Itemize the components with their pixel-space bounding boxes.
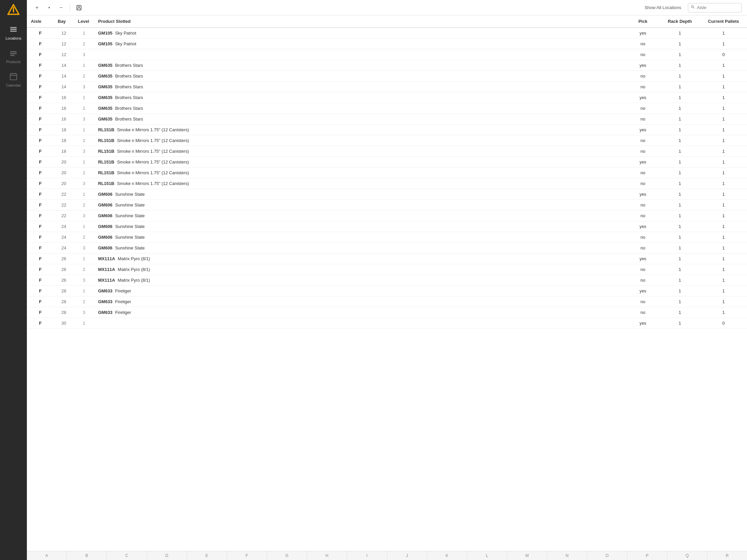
product-code: GM606: [98, 224, 112, 229]
cell-aisle: F: [27, 200, 54, 211]
table-row[interactable]: F 22 2 GM606Sunshine State no 1 1: [27, 200, 747, 211]
cell-current-pallets: 1: [700, 307, 747, 318]
cell-bay: 28: [54, 286, 74, 296]
dropdown-button[interactable]: ▾: [44, 3, 54, 12]
cell-level: 3: [74, 307, 94, 318]
cell-rack-depth: 1: [660, 146, 700, 157]
product-name: Sunshine State: [115, 203, 145, 208]
cell-aisle: F: [27, 254, 54, 264]
table-container[interactable]: Aisle Bay Level Product Slotted Pick Rac…: [27, 16, 747, 551]
cell-rack-depth: 1: [660, 114, 700, 125]
cell-bay: 16: [54, 103, 74, 114]
calendar-label: Calendar: [6, 83, 21, 87]
table-row[interactable]: F 28 2 GM633Firetiger no 1 1: [27, 296, 747, 307]
cell-product-slotted: RL151BSmoke n Mirrors 1.75" (12 Canister…: [94, 178, 626, 189]
column-letter: I: [347, 551, 387, 560]
table-row[interactable]: F 22 1 GM606Sunshine State yes 1 1: [27, 189, 747, 200]
cell-aisle: F: [27, 157, 54, 167]
table-row[interactable]: F 14 2 GM635Brothers Stars no 1 1: [27, 71, 747, 82]
cell-current-pallets: 1: [700, 254, 747, 264]
table-row[interactable]: F 12 2 GM105Sky Patriot no 1 1: [27, 38, 747, 49]
cell-pick: no: [626, 146, 660, 157]
cell-product-slotted: GM635Brothers Stars: [94, 60, 626, 71]
table-row[interactable]: F 30 1 yes 1 0: [27, 318, 747, 329]
cell-bay: 16: [54, 114, 74, 125]
minus-button[interactable]: −: [56, 3, 66, 12]
cell-aisle: F: [27, 114, 54, 125]
column-letter: N: [547, 551, 587, 560]
product-name: Firetiger: [115, 310, 131, 315]
cell-bay: 12: [54, 49, 74, 60]
table-row[interactable]: F 20 3 RL151BSmoke n Mirrors 1.75" (12 C…: [27, 178, 747, 189]
cell-rack-depth: 1: [660, 254, 700, 264]
svg-rect-6: [10, 53, 17, 54]
table-row[interactable]: F 24 2 GM606Sunshine State no 1 1: [27, 232, 747, 243]
cell-aisle: F: [27, 243, 54, 254]
cell-current-pallets: 1: [700, 286, 747, 296]
sidebar-nav: Locations Products: [0, 20, 27, 560]
cell-aisle: F: [27, 135, 54, 146]
cell-product-slotted: GM635Brothers Stars: [94, 92, 626, 103]
table-row[interactable]: F 24 3 GM606Sunshine State no 1 1: [27, 243, 747, 254]
cell-product-slotted: GM635Brothers Stars: [94, 103, 626, 114]
cell-rack-depth: 1: [660, 92, 700, 103]
cell-rack-depth: 1: [660, 200, 700, 211]
col-header-pick: Pick: [626, 16, 660, 28]
locations-table: Aisle Bay Level Product Slotted Pick Rac…: [27, 16, 747, 329]
product-code: MX111A: [98, 278, 115, 283]
sidebar-item-locations[interactable]: Locations: [0, 20, 27, 44]
table-row[interactable]: F 18 1 RL151BSmoke n Mirrors 1.75" (12 C…: [27, 125, 747, 135]
cell-product-slotted: MX111AMatrix Pyro (8/1): [94, 264, 626, 275]
table-row[interactable]: F 14 1 GM635Brothers Stars yes 1 1: [27, 60, 747, 71]
table-row[interactable]: F 18 2 RL151BSmoke n Mirrors 1.75" (12 C…: [27, 135, 747, 146]
cell-rack-depth: 1: [660, 189, 700, 200]
table-row[interactable]: F 16 1 GM635Brothers Stars yes 1 1: [27, 92, 747, 103]
cell-pick: yes: [626, 189, 660, 200]
product-code: GM105: [98, 41, 112, 46]
cell-pick: yes: [626, 125, 660, 135]
cell-rack-depth: 1: [660, 286, 700, 296]
cell-bay: 18: [54, 146, 74, 157]
product-code: GM606: [98, 203, 112, 208]
table-row[interactable]: F 28 1 GM633Firetiger yes 1 1: [27, 286, 747, 296]
cell-product-slotted: GM606Sunshine State: [94, 232, 626, 243]
toolbar-divider: [70, 4, 70, 12]
sidebar-item-products[interactable]: Products: [0, 44, 27, 67]
search-input[interactable]: [697, 5, 737, 10]
table-row[interactable]: F 26 3 MX111AMatrix Pyro (8/1) no 1 1: [27, 275, 747, 286]
table-row[interactable]: F 20 1 RL151BSmoke n Mirrors 1.75" (12 C…: [27, 157, 747, 167]
table-row[interactable]: F 28 3 GM633Firetiger no 1 1: [27, 307, 747, 318]
table-row[interactable]: F 16 2 GM635Brothers Stars no 1 1: [27, 103, 747, 114]
show-all-locations-btn[interactable]: Show All Locations: [645, 5, 681, 10]
table-row[interactable]: F 18 3 RL151BSmoke n Mirrors 1.75" (12 C…: [27, 146, 747, 157]
col-header-product-slotted: Product Slotted: [94, 16, 626, 28]
col-header-rack-depth: Rack Depth: [660, 16, 700, 28]
table-row[interactable]: F 20 2 RL151BSmoke n Mirrors 1.75" (12 C…: [27, 167, 747, 178]
cell-bay: 28: [54, 296, 74, 307]
column-letter: C: [107, 551, 147, 560]
table-row[interactable]: F 14 3 GM635Brothers Stars no 1 1: [27, 82, 747, 92]
cell-product-slotted: GM606Sunshine State: [94, 200, 626, 211]
sidebar-item-calendar[interactable]: Calendar: [0, 67, 27, 94]
cell-level: 3: [74, 178, 94, 189]
table-row[interactable]: F 26 1 MX111AMatrix Pyro (8/1) yes 1 1: [27, 254, 747, 264]
cell-current-pallets: 1: [700, 211, 747, 221]
table-row[interactable]: F 16 3 GM635Brothers Stars no 1 1: [27, 114, 747, 125]
table-row[interactable]: F 26 2 MX111AMatrix Pyro (8/1) no 1 1: [27, 264, 747, 275]
cell-bay: 18: [54, 135, 74, 146]
table-row[interactable]: F 22 3 GM606Sunshine State no 1 1: [27, 211, 747, 221]
cell-bay: 22: [54, 211, 74, 221]
table-row[interactable]: F 12 3 no 1 0: [27, 49, 747, 60]
cell-bay: 12: [54, 28, 74, 38]
search-icon: [691, 5, 695, 10]
cell-level: 2: [74, 167, 94, 178]
cell-pick: no: [626, 49, 660, 60]
column-letter: K: [427, 551, 467, 560]
table-row[interactable]: F 24 1 GM606Sunshine State yes 1 1: [27, 221, 747, 232]
table-row[interactable]: F 12 1 GM105Sky Patriot yes 1 1: [27, 28, 747, 38]
cell-product-slotted: RL151BSmoke n Mirrors 1.75" (12 Canister…: [94, 157, 626, 167]
cell-rack-depth: 1: [660, 49, 700, 60]
save-button[interactable]: [74, 3, 84, 12]
cell-current-pallets: 1: [700, 221, 747, 232]
add-button[interactable]: +: [32, 3, 42, 12]
